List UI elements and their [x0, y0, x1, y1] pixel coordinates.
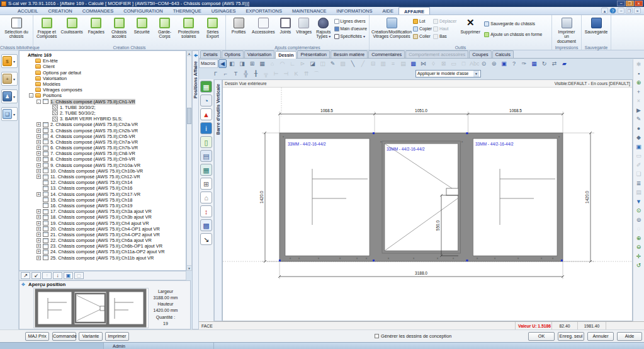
tree-scrollbar[interactable]: ▲ ▼	[186, 50, 192, 271]
annuler-button[interactable]: Annuler	[587, 332, 614, 341]
tree-expander[interactable]: +	[37, 151, 41, 156]
tree-expander[interactable]: +	[37, 244, 41, 248]
split-right-icon[interactable]: ◨	[238, 60, 246, 68]
tree-expander[interactable]: +	[37, 146, 41, 150]
rotate-icon[interactable]: ↻	[540, 60, 548, 68]
split-left-icon[interactable]: ◧	[228, 60, 236, 68]
shape-icon[interactable]: ◊	[429, 60, 438, 68]
tree-expander[interactable]: +	[37, 256, 41, 260]
modele-assemblage-dropdown[interactable]: Appliquer le modèle d'asse▼	[415, 70, 481, 77]
tree-expander[interactable]: +	[37, 174, 41, 179]
tree-expander[interactable]: +	[37, 129, 41, 133]
tree-item[interactable]: + 22. Châssis composé (AWS 75.II);Ch6a a…	[20, 237, 186, 243]
specificites-button[interactable]: Spécificités ▾	[334, 33, 367, 40]
person-icon[interactable]: ●	[635, 125, 643, 133]
blue-grid-icon[interactable]: ▩	[409, 60, 417, 68]
macro-arrow-icon[interactable]: ↘	[200, 233, 212, 245]
tree-item[interactable]: Valorisation	[20, 76, 186, 81]
rows-icon[interactable]: ▤	[399, 60, 407, 68]
haut-button[interactable]: Haut	[433, 25, 456, 32]
eraser-icon[interactable]: ✎	[329, 60, 337, 68]
tree-item[interactable]: 3. BARR VERR HYBRID SLS;	[20, 116, 186, 122]
tree-item[interactable]: - Positions	[20, 93, 186, 98]
zoom-out-icon[interactable]: ⊖	[635, 243, 643, 251]
macro-height-icon[interactable]: ↕	[200, 205, 212, 217]
tree-item[interactable]: + 7. Châssis composé (AWS 75.II);Ch8-VR	[20, 151, 186, 156]
chassis-accoles-button[interactable]: Châssis accolés	[108, 16, 130, 40]
vitrages-button[interactable]: Vitrages	[295, 16, 313, 35]
bevel-icon[interactable]: K	[292, 70, 300, 78]
tab[interactable]: Dessin	[275, 51, 297, 59]
tab[interactable]: Calculs	[492, 50, 514, 58]
profiles-button[interactable]: Profilés	[228, 16, 249, 35]
tree-expander[interactable]: +	[37, 221, 41, 226]
query-icon[interactable]: ?	[510, 60, 518, 68]
lock-icon[interactable]: ⊙	[480, 60, 488, 68]
pricing-button[interactable]: $▾	[1, 54, 18, 68]
sauvegarde-button[interactable]: Sauvegarde	[584, 16, 609, 35]
imprimer-document-button[interactable]: Imprimer un document	[554, 16, 579, 44]
securite-button[interactable]: Sécurité	[131, 16, 152, 35]
tree-item[interactable]: + 18. Châssis composé (AWS 75.II);Ch3b a…	[20, 214, 186, 220]
lignes-divers-button[interactable]: Lignes divers	[334, 18, 367, 25]
mesh-icon[interactable]: ▦	[258, 60, 266, 68]
tree-item[interactable]: Modèles	[20, 81, 186, 87]
tree-item[interactable]: 13. Châssis composé (AWS 75.II);Ch16	[20, 185, 186, 191]
rajouts-types-button[interactable]: Rajouts Types ▾	[314, 16, 332, 40]
back-arrow-button[interactable]: ◀	[218, 59, 227, 68]
double-panel-icon[interactable]: ◫	[319, 60, 327, 68]
tree-expander[interactable]: +	[37, 232, 41, 237]
minimize-button[interactable]: −	[617, 1, 625, 6]
delete-cell-icon[interactable]: ⊠	[439, 60, 448, 68]
ok-button[interactable]: OK	[528, 332, 555, 341]
menu-item[interactable]: CONFIGURATION	[118, 7, 167, 14]
zoom-fit-icon[interactable]: ⊙	[635, 207, 643, 215]
cursor-icon[interactable]: ▶	[635, 106, 643, 115]
frames-button[interactable]: ❏▾	[1, 107, 18, 121]
tree-collapse-all-button[interactable]: ↙	[31, 272, 41, 279]
tab[interactable]: Commentaires	[368, 50, 405, 58]
raise-icon[interactable]: ⇈	[302, 70, 310, 78]
macro-door-icon[interactable]: ▯	[200, 136, 212, 148]
refresh-icon[interactable]: ↺	[635, 261, 643, 270]
cross-split-icon[interactable]: ╬	[242, 70, 250, 78]
tab[interactable]: Comportement accessoires	[405, 50, 468, 58]
tree-item[interactable]: En-tête	[20, 58, 186, 64]
pane-tool-icon[interactable]: □	[460, 60, 468, 68]
checkbox-icon[interactable]	[375, 334, 379, 338]
maximize-button[interactable]: ❒	[626, 1, 634, 6]
deplacer-button[interactable]: Déplacer	[433, 18, 456, 25]
tree-expander[interactable]: +	[37, 192, 41, 197]
menu-item[interactable]: THERMIQUE	[168, 7, 206, 14]
aide-button[interactable]: Aide	[617, 332, 642, 341]
generer-dessins-checkbox[interactable]: Générer les dessins de conception	[375, 333, 451, 339]
barre-outils-verticale-strip[interactable]: Barre d'outils Verticale	[214, 79, 222, 321]
levels-icon[interactable]: ≡	[389, 60, 397, 68]
tree-item[interactable]: + 25. Châssis composé (AWS 75.II);Ch11b …	[20, 255, 186, 261]
tree-expander[interactable]: +	[37, 227, 41, 231]
macro-window-dims-icon[interactable]: ▤	[200, 150, 212, 162]
tree-expander[interactable]: +	[37, 157, 41, 161]
scroll-up-icon[interactable]: ▲	[187, 51, 191, 56]
tree-item[interactable]: + 8. Châssis composé (AWS 75.II);Ch9-VR	[20, 156, 186, 162]
swap-icon[interactable]: ⇄	[550, 60, 558, 68]
tree-expander[interactable]: -	[37, 100, 41, 104]
move-icon[interactable]: +	[635, 88, 643, 96]
tree-item[interactable]: + 20. Châssis composé (AWS 75.II);Ch4-OP…	[20, 226, 186, 232]
macro-roof-icon[interactable]: ⌂	[200, 192, 212, 203]
tree-item[interactable]: + 23. Châssis composé (AWS 75.II);Ch6b-O…	[20, 243, 186, 249]
coulissants-button[interactable]: Coulissants	[59, 16, 84, 35]
tree-item[interactable]: + 24. Châssis composé (AWS 75.II);Ch11a-…	[20, 249, 186, 255]
arch-icon[interactable]: ⌒	[312, 70, 320, 78]
tree-item[interactable]: + 3. Châssis composé (AWS 75.II);Ch2b-VR	[20, 127, 186, 133]
brick-icon[interactable]: ▪	[635, 70, 643, 78]
move-cross-icon[interactable]: ✥	[21, 282, 26, 287]
tree-item[interactable]: 2. TUBE 50/30/2;	[20, 110, 186, 116]
tree-item[interactable]: + 17. Châssis composé (AWS 75.II);Ch3a a…	[20, 209, 186, 214]
tree-expand-all-button[interactable]: ↗	[21, 272, 30, 279]
settings-icon[interactable]: ✱	[635, 60, 643, 69]
line-ne-icon[interactable]: ╱	[359, 60, 367, 68]
main-oeuvre-button[interactable]: Main d'oeuvre	[334, 25, 367, 32]
copier-button[interactable]: Copier	[413, 25, 432, 32]
drawing-canvas[interactable]: Dessin Vue extérieure Visible:DEFAULT - …	[222, 79, 633, 321]
